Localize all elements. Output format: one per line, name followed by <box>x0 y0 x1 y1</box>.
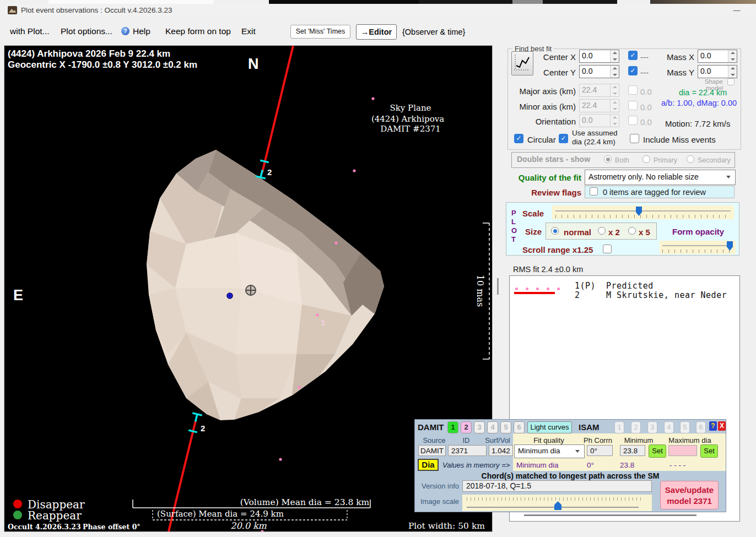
ph-corrn-value: 0° <box>587 445 613 456</box>
fit-quality-dropdown[interactable]: Minimum dia <box>514 444 585 458</box>
menu-keep-on-top[interactable]: Keep form on top <box>165 26 231 36</box>
mass-x-field[interactable]: 0.0 <box>698 50 737 63</box>
review-flags-checkbox[interactable] <box>590 187 598 196</box>
damit-model-5-button[interactable]: 5 <box>500 421 511 433</box>
values-in-memory-label: Values in memory => <box>442 461 510 469</box>
center-y-label: Center Y <box>532 68 576 77</box>
spin-up-icon[interactable] <box>611 50 619 56</box>
chords-matched-label: Chord(s) matched to longest path across … <box>415 471 726 480</box>
size-x5-radio[interactable] <box>628 227 636 235</box>
scale-slider[interactable] <box>552 205 734 219</box>
form-opacity-label: Form opacity <box>672 227 724 236</box>
damit-model-3-button[interactable]: 3 <box>474 421 485 433</box>
spin-down-icon[interactable] <box>728 56 737 62</box>
double-secondary-label: Secondary <box>698 156 731 164</box>
plot-title-line2: Geocentric X -1790.0 ±0.8 Y 3012.0 ±0.2 … <box>8 59 197 70</box>
isam-model-4-button[interactable]: 4 <box>664 421 674 433</box>
spin-up-icon[interactable] <box>728 66 737 72</box>
double-secondary-radio[interactable] <box>687 155 694 163</box>
isam-model-2-button[interactable]: 2 <box>631 421 641 433</box>
image-scale-slider[interactable] <box>462 495 652 511</box>
size-normal-radio[interactable] <box>551 227 559 235</box>
reappear-marker <box>191 413 202 423</box>
horizontal-scrollbar[interactable] <box>524 514 696 516</box>
spin-down-icon[interactable] <box>611 56 619 62</box>
set-minimum-button[interactable]: Set <box>649 444 666 458</box>
circular-checkbox[interactable]: ✓ <box>514 134 523 143</box>
id-value: 2371 <box>448 445 487 456</box>
isam-model-1-button[interactable]: 1 <box>614 421 624 433</box>
size-x2-radio[interactable] <box>598 227 606 235</box>
observed-solid-marker <box>514 292 555 294</box>
memory-maximum-dia: - - - - <box>669 461 685 469</box>
close-button[interactable]: X <box>718 421 726 431</box>
isam-title: ISAM <box>579 422 600 432</box>
double-both-radio[interactable] <box>604 155 612 163</box>
menu-with-plot[interactable]: with Plot... <box>10 26 50 36</box>
memory-minimum-dia: 23.8 <box>620 461 634 469</box>
fit-plot-button[interactable] <box>511 51 533 75</box>
major-axis-checkbox[interactable] <box>628 85 638 95</box>
save-update-model-button[interactable]: Save/update model 2371 <box>660 481 719 509</box>
chord-number-bottom: 2 <box>201 424 205 433</box>
scroll-range-checkbox[interactable] <box>603 245 612 253</box>
damit-model-2-button[interactable]: 2 <box>461 421 472 433</box>
dia-button[interactable]: Dia <box>418 459 439 471</box>
damit-model-6-button[interactable]: 6 <box>514 421 525 433</box>
window-title: Plot event observations : Occult v.4.202… <box>21 6 172 14</box>
damit-model-4-button[interactable]: 4 <box>487 421 498 433</box>
spin-down-icon[interactable] <box>728 72 737 78</box>
menu-plot-options[interactable]: Plot options... <box>61 26 112 36</box>
title-bar: Plot event observations : Occult v.4.202… <box>0 4 756 17</box>
minor-axis-checkbox[interactable] <box>628 101 638 110</box>
menu-help[interactable]: Help <box>133 26 150 36</box>
size-label: Size <box>525 227 542 236</box>
spin-up-icon[interactable] <box>611 66 619 72</box>
orientation-checkbox[interactable] <box>628 116 638 125</box>
use-assumed-checkbox[interactable]: ✓ <box>559 134 568 143</box>
mass-x-label: Mass X <box>660 52 694 62</box>
size-x2-label: x 2 <box>608 227 620 237</box>
center-y-dash: --- <box>640 68 649 77</box>
sky-plane-caption: Sky Plane (4424) Arkhipova DAMIT #2371 <box>371 103 444 134</box>
asteroid-shape-model <box>147 150 384 420</box>
maximum-dia-value <box>668 445 697 456</box>
set-maximum-button[interactable]: Set <box>700 444 718 458</box>
spin-down-icon[interactable] <box>611 72 619 78</box>
image-scale-slider-thumb[interactable] <box>554 501 561 510</box>
help-icon[interactable]: ? <box>121 27 129 35</box>
isam-model-3-button[interactable]: 3 <box>647 421 657 433</box>
include-miss-checkbox[interactable] <box>630 134 639 143</box>
double-primary-radio[interactable] <box>642 155 650 163</box>
minimize-button[interactable]: — <box>726 6 747 17</box>
double-both-label: Both <box>615 156 629 164</box>
center-x-label: Center X <box>532 52 576 62</box>
form-opacity-slider[interactable] <box>660 241 736 254</box>
scroll-range-label: Scroll range x1.25 <box>522 245 593 254</box>
isam-model-6-button[interactable]: 6 <box>696 421 706 433</box>
center-y-checkbox[interactable]: ✓ <box>628 66 638 75</box>
desktop-wallpaper-fragment <box>650 0 756 4</box>
quality-dropdown[interactable]: Astrometry only. No reliable size <box>585 170 736 185</box>
minor-axis-aux: 0.0 <box>640 102 652 112</box>
version-info-label: Version info <box>418 482 459 490</box>
mass-y-field[interactable]: 0.0 <box>698 65 737 78</box>
help-button[interactable]: ? <box>709 421 717 431</box>
damit-model-1-button[interactable]: 1 <box>447 421 458 433</box>
set-miss-times-button[interactable]: Set 'Miss' Times <box>290 25 350 39</box>
center-x-checkbox[interactable]: ✓ <box>628 51 638 60</box>
shape-model-checkbox[interactable] <box>727 78 735 85</box>
north-label: N <box>248 56 259 72</box>
menu-exit[interactable]: Exit <box>241 26 256 36</box>
editor-button[interactable]: →Editor <box>356 24 397 40</box>
isam-model-5-button[interactable]: 5 <box>680 421 690 433</box>
light-curves-button[interactable]: Light curves <box>527 421 572 433</box>
source-value: DAMIT <box>418 445 446 456</box>
splitter-handle[interactable] <box>497 278 499 295</box>
rms-fit-label: RMS fit 2.4 ±0.0 km <box>513 265 583 274</box>
version-info-field[interactable]: 2018-07-18, Q=1.5 <box>462 480 652 492</box>
center-y-field[interactable]: 0.0 <box>579 65 619 78</box>
spin-up-icon[interactable] <box>728 50 737 56</box>
quality-label: Quality of the fit <box>510 173 581 182</box>
center-x-field[interactable]: 0.0 <box>579 50 619 63</box>
